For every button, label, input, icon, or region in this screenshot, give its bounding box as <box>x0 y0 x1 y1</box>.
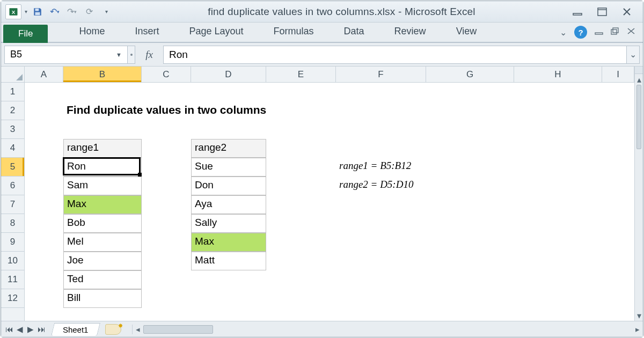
col-header-D[interactable]: D <box>191 67 266 82</box>
row-header-11[interactable]: 11 <box>1 270 24 289</box>
refresh-icon[interactable]: ⟳ <box>82 5 96 18</box>
col-header-I[interactable]: I <box>602 67 634 82</box>
tab-insert[interactable]: Insert <box>120 23 174 42</box>
workbook-restore-icon[interactable] <box>611 27 619 37</box>
cell-G10[interactable] <box>426 252 514 270</box>
cell-B9[interactable]: Mel <box>63 233 142 252</box>
cell-A10[interactable] <box>25 252 63 270</box>
row-header-4[interactable]: 4 <box>1 139 24 158</box>
cell-B3[interactable] <box>63 120 142 139</box>
cell-G6[interactable] <box>426 177 514 195</box>
cell-G12[interactable] <box>426 289 514 308</box>
cell-E5[interactable] <box>266 158 336 177</box>
cell-E2[interactable] <box>266 101 336 120</box>
row-header-1[interactable]: 1 <box>1 83 24 101</box>
cell-H12[interactable] <box>514 289 602 308</box>
cell-I9[interactable] <box>602 233 634 252</box>
cell-C10[interactable] <box>142 252 191 270</box>
cell-C8[interactable] <box>142 214 191 233</box>
name-box-resize-handle[interactable] <box>128 46 135 64</box>
scroll-left-icon[interactable]: ◂ <box>133 325 143 334</box>
cell-G5[interactable] <box>426 158 514 177</box>
cell-H3[interactable] <box>514 120 602 139</box>
select-all-corner[interactable] <box>1 67 25 83</box>
cell-B12[interactable]: Bill <box>63 289 142 308</box>
cell-B8[interactable]: Bob <box>63 214 142 233</box>
cell-I11[interactable] <box>602 270 634 289</box>
cell-F12[interactable] <box>336 289 426 308</box>
cell-A7[interactable] <box>25 195 63 214</box>
cell-H7[interactable] <box>514 195 602 214</box>
cell-F10[interactable] <box>336 252 426 270</box>
cell-C9[interactable] <box>142 233 191 252</box>
cell-E1[interactable] <box>266 83 336 101</box>
cell-H10[interactable] <box>514 252 602 270</box>
cell-I5[interactable] <box>602 158 634 177</box>
scroll-down-icon[interactable]: ▾ <box>635 310 643 321</box>
cell-C11[interactable] <box>142 270 191 289</box>
cell-A2[interactable] <box>25 101 63 120</box>
cell-E4[interactable] <box>266 139 336 158</box>
cell-D7[interactable]: Aya <box>191 195 266 214</box>
scroll-up-icon[interactable]: ▴ <box>635 74 643 85</box>
cell-B10[interactable]: Joe <box>63 252 142 270</box>
col-header-F[interactable]: F <box>336 67 426 82</box>
minimize-button[interactable] <box>570 6 585 17</box>
cell-F2[interactable] <box>336 101 426 120</box>
cell-A12[interactable] <box>25 289 63 308</box>
cell-H1[interactable] <box>514 83 602 101</box>
cell-A8[interactable] <box>25 214 63 233</box>
cell-F4[interactable] <box>336 139 426 158</box>
col-header-B[interactable]: B <box>63 67 142 82</box>
row-header-6[interactable]: 6 <box>1 177 24 195</box>
name-box[interactable]: B5 ▼ <box>4 46 128 64</box>
cell-E10[interactable] <box>266 252 336 270</box>
cell-G4[interactable] <box>426 139 514 158</box>
workbook-close-icon[interactable] <box>627 27 635 37</box>
row-header-10[interactable]: 10 <box>1 252 24 270</box>
cell-A11[interactable] <box>25 270 63 289</box>
tab-review[interactable]: Review <box>379 23 441 42</box>
vscroll-thumb[interactable] <box>636 85 641 149</box>
cell-B1[interactable] <box>63 83 142 101</box>
cell-H4[interactable] <box>514 139 602 158</box>
name-box-dropdown-icon[interactable]: ▼ <box>116 52 122 58</box>
vscroll-track[interactable] <box>635 85 643 310</box>
cell-F11[interactable] <box>336 270 426 289</box>
vertical-scrollbar[interactable]: ▴ ▾ <box>634 67 643 321</box>
app-menu-chevron-icon[interactable]: ▾ <box>25 9 27 14</box>
cell-E7[interactable] <box>266 195 336 214</box>
row-header-9[interactable]: 9 <box>1 233 24 252</box>
cell-I6[interactable] <box>602 177 634 195</box>
new-sheet-icon[interactable] <box>105 324 121 335</box>
cell-A4[interactable] <box>25 139 63 158</box>
cell-F3[interactable] <box>336 120 426 139</box>
hscroll-track[interactable] <box>143 325 632 334</box>
cell-D5[interactable]: Sue <box>191 158 266 177</box>
row-header-8[interactable]: 8 <box>1 214 24 233</box>
cell-F6[interactable]: range2 = D5:D10 <box>336 177 426 195</box>
cell-F1[interactable] <box>336 83 426 101</box>
cell-H11[interactable] <box>514 270 602 289</box>
excel-logo-icon[interactable]: X <box>5 4 21 19</box>
cell-C1[interactable] <box>142 83 191 101</box>
cell-D9[interactable]: Max <box>191 233 266 252</box>
cell-C3[interactable] <box>142 120 191 139</box>
col-header-E[interactable]: E <box>266 67 336 82</box>
cell-E6[interactable] <box>266 177 336 195</box>
cell-I12[interactable] <box>602 289 634 308</box>
qat-customize-icon[interactable]: ▾ <box>99 5 113 18</box>
cell-D8[interactable]: Sally <box>191 214 266 233</box>
help-icon[interactable]: ? <box>574 26 587 39</box>
tab-home[interactable]: Home <box>64 23 120 42</box>
cell-H5[interactable] <box>514 158 602 177</box>
cell-A3[interactable] <box>25 120 63 139</box>
fx-icon[interactable]: fx <box>135 49 163 61</box>
cell-E9[interactable] <box>266 233 336 252</box>
cell-H8[interactable] <box>514 214 602 233</box>
ribbon-minimize-chevron-icon[interactable]: ⌄ <box>560 27 567 38</box>
cell-A6[interactable] <box>25 177 63 195</box>
hscroll-thumb[interactable] <box>143 325 213 334</box>
cell-I10[interactable] <box>602 252 634 270</box>
sheet-tab-sheet1[interactable]: Sheet1 <box>51 323 100 336</box>
